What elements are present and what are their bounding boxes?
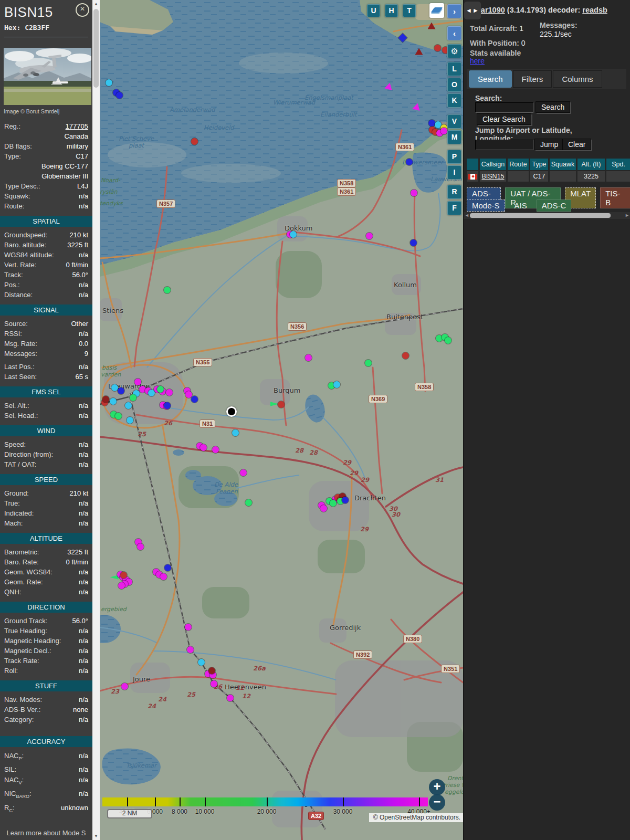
aircraft-history-dot[interactable] xyxy=(365,360,372,366)
column-header-Type[interactable]: Type xyxy=(530,159,548,170)
badge-ads-c[interactable]: ADS-C xyxy=(537,200,572,212)
table-horizontal-scrollbar[interactable]: ◄ ► xyxy=(464,212,630,219)
hscroll-thumb[interactable] xyxy=(470,213,611,218)
map-button-R[interactable]: R xyxy=(447,185,461,199)
aircraft-history-dot[interactable] xyxy=(160,573,167,580)
badge-ais[interactable]: AIS xyxy=(509,200,532,212)
aircraft-history-dot[interactable] xyxy=(164,564,171,571)
aircraft-history-dot[interactable] xyxy=(240,469,247,476)
map-button-L[interactable]: L xyxy=(447,62,461,76)
scroll-down-icon[interactable]: ▼ xyxy=(92,832,100,840)
aircraft-history-dot[interactable] xyxy=(121,683,128,690)
aircraft-history-dot[interactable] xyxy=(212,446,219,453)
aircraft-history-dot[interactable] xyxy=(185,624,192,631)
panel-toggle-button[interactable]: ◄► xyxy=(464,2,481,19)
clear-button[interactable]: Clear xyxy=(562,139,591,150)
aircraft-history-dot[interactable] xyxy=(118,387,124,394)
aircraft-history-dot[interactable] xyxy=(305,354,312,361)
aircraft-history-dot[interactable] xyxy=(157,386,164,393)
tar1090-link[interactable]: tar1090 xyxy=(478,6,505,14)
column-header-Spd.[interactable]: Spd. xyxy=(606,159,630,170)
column-header-Route[interactable]: Route xyxy=(508,159,529,170)
aircraft-history-dot[interactable] xyxy=(106,79,112,86)
map-button-O[interactable]: O xyxy=(447,78,461,92)
aircraft-history-dot[interactable] xyxy=(164,287,171,293)
aircraft-history-dot[interactable] xyxy=(333,381,340,388)
scroll-right-icon[interactable]: ► xyxy=(625,212,629,219)
aircraft-history-dot[interactable] xyxy=(148,390,155,396)
aircraft-history-dot[interactable] xyxy=(402,352,409,359)
map-button-›[interactable]: › xyxy=(447,4,461,18)
aircraft-history-dot[interactable] xyxy=(211,680,217,687)
aircraft-history-dot[interactable] xyxy=(440,128,447,134)
clear-search-button[interactable]: Clear Search xyxy=(477,113,531,125)
jump-input[interactable] xyxy=(475,140,533,150)
scrollbar-thumb[interactable] xyxy=(93,9,99,88)
stats-here-link[interactable]: here xyxy=(470,57,485,65)
aircraft-history-dot[interactable] xyxy=(290,231,297,238)
aircraft-history-dot[interactable] xyxy=(102,396,109,403)
aircraft-history-dot[interactable] xyxy=(116,92,123,99)
aircraft-history-dot[interactable] xyxy=(166,389,173,396)
map-button-h[interactable]: H xyxy=(385,4,398,17)
search-button[interactable]: Search xyxy=(536,101,570,113)
sidebar-scrollbar[interactable]: ▲ ▼ xyxy=(92,0,100,840)
table-row[interactable]: BISN15C173225 xyxy=(467,170,630,182)
tab-filters[interactable]: Filters xyxy=(513,70,552,88)
aircraft-history-dot[interactable] xyxy=(232,429,239,436)
column-header-Callsign[interactable]: Callsign xyxy=(480,159,506,170)
aircraft-history-dot[interactable] xyxy=(127,417,133,424)
registration-link[interactable]: 177705 xyxy=(66,121,88,131)
badge-tis-b[interactable]: TIS-B xyxy=(600,187,630,208)
aircraft-history-dot[interactable] xyxy=(320,505,327,512)
aircraft-history-dot[interactable] xyxy=(191,396,198,403)
aircraft-history-dot[interactable] xyxy=(130,394,136,401)
aircraft-history-dot[interactable] xyxy=(410,239,417,246)
aircraft-history-dot[interactable] xyxy=(428,120,435,127)
aircraft-history-dot[interactable] xyxy=(187,646,194,653)
aircraft-history-dot[interactable] xyxy=(118,582,125,589)
scroll-left-icon[interactable]: ◄ xyxy=(465,212,469,219)
tab-columns[interactable]: Columns xyxy=(553,70,602,88)
aircraft-history-dot[interactable] xyxy=(366,233,373,239)
aircraft-history-dot[interactable] xyxy=(342,497,349,503)
map-button-M[interactable]: M xyxy=(447,130,461,144)
aircraft-history-dot[interactable] xyxy=(330,500,337,507)
scroll-up-icon[interactable]: ▲ xyxy=(92,0,100,8)
aircraft-history-dot[interactable] xyxy=(137,543,144,550)
zoom-out-button[interactable]: − xyxy=(429,794,445,811)
aircraft-history-dot[interactable] xyxy=(191,138,198,145)
aircraft-history-dot[interactable] xyxy=(245,499,252,506)
osm-attribution[interactable]: © OpenStreetMap contributors. xyxy=(369,813,463,822)
aircraft-history-dot[interactable] xyxy=(208,667,215,674)
column-header-Alt. (ft)[interactable]: Alt. (ft) xyxy=(578,159,605,170)
search-input[interactable] xyxy=(475,102,533,113)
close-icon[interactable]: ✕ xyxy=(76,3,89,17)
aircraft-history-dot[interactable] xyxy=(134,379,141,385)
aircraft-history-dot[interactable] xyxy=(198,659,205,666)
map-button-P[interactable]: P xyxy=(447,150,461,164)
tab-search[interactable]: Search xyxy=(469,70,512,88)
aircraft-history-dot[interactable] xyxy=(120,572,127,579)
aircraft-history-dot[interactable] xyxy=(200,444,207,451)
map-button-V[interactable]: V xyxy=(447,114,461,129)
aircraft-history-dot[interactable] xyxy=(111,384,118,391)
map-button-t[interactable]: T xyxy=(403,4,416,17)
settings-gear-icon[interactable]: ⚙ xyxy=(447,44,461,58)
aircraft-history-dot[interactable] xyxy=(227,695,234,701)
map-button-u[interactable]: U xyxy=(367,4,380,17)
jump-button[interactable]: Jump xyxy=(534,139,564,150)
map-button-F[interactable]: F xyxy=(447,201,461,215)
readsb-link[interactable]: readsb xyxy=(582,6,607,14)
map-button-K[interactable]: K xyxy=(447,93,461,108)
column-header-Squawk[interactable]: Squawk xyxy=(550,159,576,170)
aircraft-history-dot[interactable] xyxy=(406,159,413,165)
zoom-in-button[interactable]: + xyxy=(429,779,445,795)
aircraft-history-dot[interactable] xyxy=(115,413,122,419)
column-header-flag[interactable] xyxy=(467,159,478,170)
selected-aircraft-marker[interactable] xyxy=(226,406,237,417)
map-button-I[interactable]: I xyxy=(447,165,461,180)
map-button-‹[interactable]: ‹ xyxy=(447,26,461,40)
aircraft-history-dot[interactable] xyxy=(445,337,452,344)
aircraft-history-dot[interactable] xyxy=(411,190,417,196)
